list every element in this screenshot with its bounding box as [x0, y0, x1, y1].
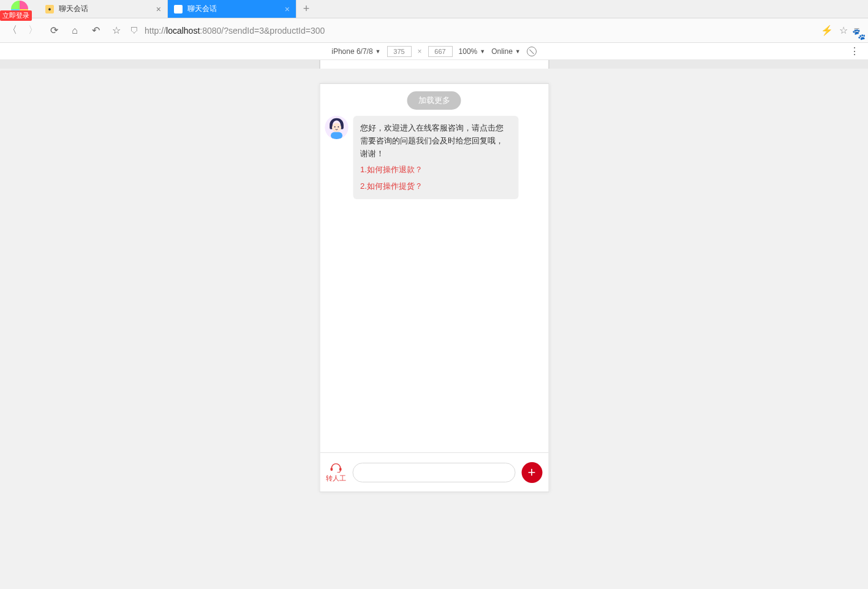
- agent-avatar: [325, 116, 348, 139]
- plus-icon: +: [528, 465, 536, 481]
- headset-icon: [330, 462, 343, 473]
- transfer-agent-label: 转人工: [326, 474, 346, 483]
- undo-icon: ↶: [92, 25, 100, 36]
- svg-rect-6: [339, 468, 342, 471]
- url-host: localhost: [166, 26, 200, 36]
- faq-link-pickup[interactable]: 2.如何操作提货？: [360, 180, 511, 193]
- svg-point-3: [338, 126, 339, 127]
- chevron-right-icon: 〉: [28, 24, 38, 37]
- agent-avatar-icon: [325, 116, 348, 139]
- viewport-width-input[interactable]: [387, 46, 412, 57]
- back-button[interactable]: 〈: [5, 23, 20, 38]
- browser-toolbar: 〈 〉 ⟳ ⌂ ↶ ☆ ⛉ http://localhost:8080/?sen…: [0, 18, 868, 43]
- zoom-select[interactable]: 100% ▼: [459, 47, 486, 56]
- close-icon[interactable]: ×: [156, 4, 161, 14]
- svg-point-1: [331, 123, 341, 132]
- browser-tab-strip: 立即登录 ● 聊天会话 × ● 聊天会话 × +: [0, 0, 868, 18]
- device-select[interactable]: iPhone 6/7/8 ▼: [331, 47, 380, 56]
- star-outline-icon: ☆: [112, 25, 121, 36]
- load-more-button[interactable]: 加载更多: [407, 91, 461, 110]
- chat-scroll-area[interactable]: 加载更多 您好，欢迎进入在线客服咨询，请点击您需要咨询的问题我们会及时给您回复哦…: [320, 84, 548, 452]
- dimension-x: ×: [418, 47, 422, 56]
- address-bar[interactable]: http://localhost:8080/?sendId=3&productI…: [145, 26, 815, 36]
- caret-down-icon: ▼: [515, 48, 521, 55]
- svg-rect-5: [331, 468, 333, 471]
- devtools-device-bar: iPhone 6/7/8 ▼ × 100% ▼ Online ▼ ⋮: [0, 43, 868, 60]
- flash-icon[interactable]: ⚡: [821, 25, 833, 36]
- message-row: 您好，欢迎进入在线客服咨询，请点击您需要咨询的问题我们会及时给您回复哦，谢谢！ …: [325, 116, 543, 199]
- favorite-button[interactable]: ☆: [109, 23, 124, 38]
- reload-button[interactable]: ⟳: [47, 23, 61, 38]
- tab-chat-2-active[interactable]: ● 聊天会话 ×: [168, 0, 296, 18]
- home-button[interactable]: ⌂: [67, 23, 82, 38]
- browser-logo[interactable]: 立即登录: [0, 0, 39, 18]
- site-security-icon[interactable]: ⛉: [130, 26, 138, 36]
- reload-icon: ⟳: [50, 25, 58, 36]
- horizontal-ruler: [0, 60, 868, 69]
- device-canvas: 加载更多 您好，欢迎进入在线客服咨询，请点击您需要咨询的问题我们会及时给您回复哦…: [0, 69, 868, 589]
- caret-down-icon: ▼: [376, 48, 381, 55]
- svg-rect-4: [331, 132, 342, 139]
- login-badge[interactable]: 立即登录: [0, 10, 32, 21]
- welcome-text: 您好，欢迎进入在线客服咨询，请点击您需要咨询的问题我们会及时给您回复哦，谢谢！: [360, 122, 511, 160]
- tab-title: 聊天会话: [59, 4, 88, 14]
- url-path: :8080/?sendId=3&productId=300: [200, 26, 325, 36]
- close-icon[interactable]: ×: [285, 4, 290, 14]
- network-value: Online: [491, 47, 513, 56]
- home-icon: ⌂: [72, 25, 78, 36]
- rotate-icon[interactable]: [527, 47, 537, 56]
- favicon-icon: ●: [174, 5, 183, 13]
- device-name: iPhone 6/7/8: [331, 47, 372, 56]
- viewport-height-input[interactable]: [428, 46, 453, 57]
- more-options-button[interactable]: ⋮: [850, 50, 859, 53]
- svg-point-2: [334, 126, 335, 127]
- caret-down-icon: ▼: [480, 48, 485, 55]
- favicon-icon: ●: [45, 5, 54, 13]
- paw-icon[interactable]: 🐾: [852, 28, 866, 41]
- transfer-agent-button[interactable]: 转人工: [326, 462, 346, 483]
- bookmark-star-icon[interactable]: ☆: [839, 25, 848, 36]
- faq-link-refund[interactable]: 1.如何操作退款？: [360, 164, 511, 177]
- forward-button[interactable]: 〉: [26, 23, 40, 38]
- plus-icon: +: [303, 2, 310, 15]
- message-bubble: 您好，欢迎进入在线客服咨询，请点击您需要咨询的问题我们会及时给您回复哦，谢谢！ …: [353, 116, 518, 199]
- send-button[interactable]: +: [521, 462, 542, 483]
- phone-frame: 加载更多 您好，欢迎进入在线客服咨询，请点击您需要咨询的问题我们会及时给您回复哦…: [319, 83, 549, 492]
- chat-input-bar: 转人工 +: [320, 452, 548, 492]
- zoom-value: 100%: [459, 47, 478, 56]
- tab-chat-1[interactable]: ● 聊天会话 ×: [39, 0, 168, 18]
- network-select[interactable]: Online ▼: [491, 47, 521, 56]
- new-tab-button[interactable]: +: [296, 0, 316, 18]
- chat-text-input[interactable]: [352, 463, 515, 482]
- chevron-left-icon: 〈: [7, 24, 17, 37]
- tab-title: 聊天会话: [187, 4, 217, 14]
- undo-button[interactable]: ↶: [88, 23, 103, 38]
- url-scheme: http://: [145, 26, 166, 36]
- url-text: http://localhost:8080/?sendId=3&productI…: [145, 26, 325, 36]
